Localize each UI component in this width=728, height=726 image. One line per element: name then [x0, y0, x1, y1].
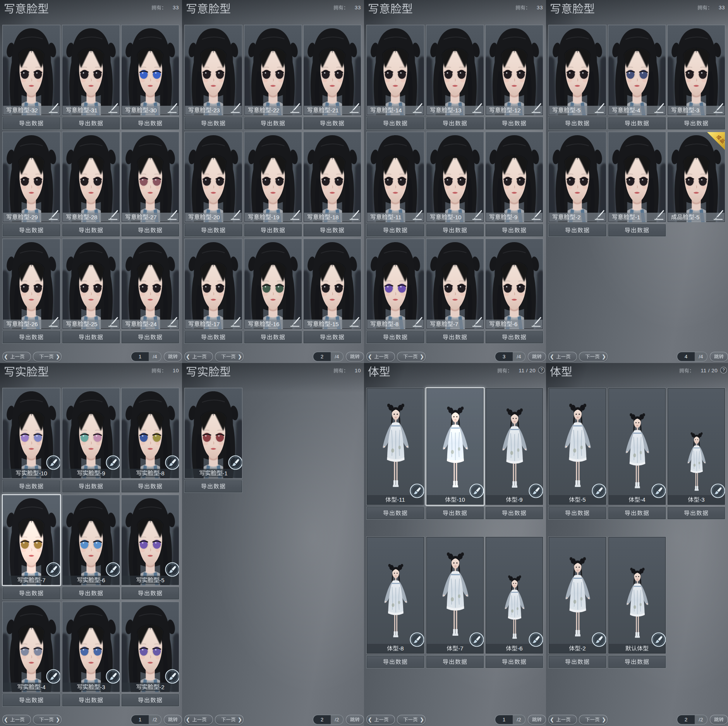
- svg-text:-2: -2: [159, 684, 164, 690]
- svg-text:-23: -23: [211, 107, 220, 114]
- svg-text:-10: -10: [39, 470, 47, 477]
- svg-text:-20: -20: [211, 214, 220, 220]
- svg-text:-10: -10: [453, 214, 462, 220]
- svg-text:-9: -9: [517, 496, 522, 503]
- svg-text:-8: -8: [398, 645, 403, 652]
- svg-text:-2: -2: [580, 645, 585, 652]
- svg-text:-7: -7: [458, 645, 463, 652]
- svg-text:-25: -25: [89, 321, 98, 327]
- svg-text:-26: -26: [29, 321, 38, 327]
- svg-text:-8: -8: [159, 470, 164, 477]
- svg-text:-11: -11: [397, 496, 405, 503]
- svg-text:-30: -30: [148, 107, 157, 114]
- svg-text:-10: -10: [457, 496, 465, 503]
- svg-text:-7: -7: [40, 577, 45, 583]
- svg-text:-6: -6: [512, 321, 517, 327]
- svg-text:-4: -4: [640, 496, 645, 503]
- svg-text:-3: -3: [699, 496, 704, 503]
- svg-text:-18: -18: [330, 214, 339, 220]
- svg-text:-3: -3: [694, 107, 699, 114]
- svg-text:-3: -3: [100, 684, 105, 690]
- svg-text:-12: -12: [512, 107, 521, 114]
- svg-text:-16: -16: [271, 321, 280, 327]
- svg-text:-13: -13: [453, 107, 462, 114]
- svg-text:-4: -4: [40, 684, 45, 690]
- svg-text:-5: -5: [694, 214, 699, 220]
- svg-text:-9: -9: [512, 214, 517, 220]
- svg-text:-31: -31: [89, 107, 98, 114]
- svg-text:-28: -28: [89, 214, 98, 220]
- svg-text:-5: -5: [575, 107, 580, 114]
- svg-text:-17: -17: [211, 321, 220, 327]
- svg-text:-21: -21: [330, 107, 339, 114]
- svg-text:-15: -15: [330, 321, 339, 327]
- svg-text:-27: -27: [148, 214, 157, 220]
- svg-text:-2: -2: [575, 214, 580, 220]
- svg-text:-6: -6: [100, 577, 105, 583]
- svg-text:-24: -24: [148, 321, 157, 327]
- svg-text:-5: -5: [580, 496, 585, 503]
- svg-text:-29: -29: [29, 214, 38, 220]
- svg-text:-5: -5: [159, 577, 164, 583]
- svg-text:-32: -32: [29, 107, 38, 114]
- svg-text:-1: -1: [222, 470, 227, 477]
- svg-text:-6: -6: [517, 645, 522, 652]
- svg-text:-19: -19: [271, 214, 280, 220]
- svg-text:-14: -14: [393, 107, 402, 114]
- svg-text:-4: -4: [635, 107, 640, 114]
- svg-text:-22: -22: [271, 107, 280, 114]
- svg-text:-8: -8: [393, 321, 398, 327]
- svg-text:-9: -9: [100, 470, 105, 477]
- svg-text:-7: -7: [453, 321, 458, 327]
- svg-text:-1: -1: [635, 214, 640, 220]
- svg-text:-11: -11: [393, 214, 402, 220]
